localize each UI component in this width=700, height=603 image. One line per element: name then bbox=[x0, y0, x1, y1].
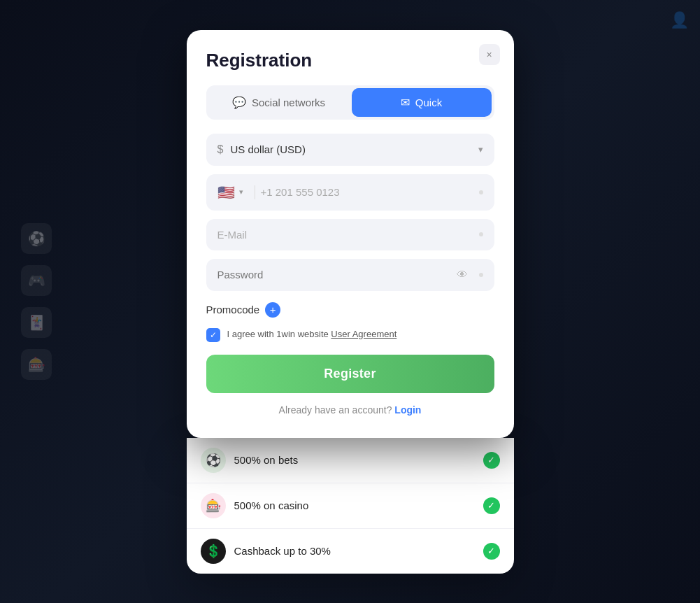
close-button[interactable]: × bbox=[479, 44, 500, 65]
bonus-item-casino: 🎰 500% on casino ✓ bbox=[187, 483, 514, 529]
agreement-checkbox[interactable]: ✓ bbox=[206, 328, 220, 342]
currency-label: US dollar (USD) bbox=[230, 143, 471, 155]
tab-social-label: Social networks bbox=[252, 97, 325, 108]
agreement-row: ✓ I agree with 1win website User Agreeme… bbox=[206, 327, 494, 342]
sidebar-icon-games[interactable]: 🎮 bbox=[21, 265, 52, 296]
tab-row: 💬 Social networks ✉ Quick bbox=[206, 85, 494, 120]
registration-modal: Registration × 💬 Social networks ✉ Quick… bbox=[187, 30, 514, 438]
tab-quick[interactable]: ✉ Quick bbox=[352, 88, 492, 117]
bonus-icon-casino: 🎰 bbox=[201, 493, 226, 518]
promocode-label: Promocode bbox=[206, 304, 260, 315]
agreement-text: I agree with 1win website User Agreement bbox=[227, 327, 397, 341]
us-flag: 🇺🇸 bbox=[217, 184, 235, 201]
quick-icon: ✉ bbox=[401, 96, 410, 109]
email-input[interactable] bbox=[217, 229, 473, 241]
phone-input[interactable] bbox=[261, 176, 473, 208]
user-agreement-link[interactable]: User Agreement bbox=[331, 329, 397, 339]
register-button[interactable]: Register bbox=[206, 355, 494, 393]
soccer-ball-icon: ⚽ bbox=[206, 453, 221, 468]
phone-dot-indicator bbox=[479, 190, 483, 194]
email-dot-indicator bbox=[479, 232, 483, 236]
promocode-row: Promocode + bbox=[206, 302, 494, 318]
bonus-text-bets: 500% on bets bbox=[234, 454, 475, 466]
bonus-text-casino: 500% on casino bbox=[234, 499, 475, 511]
sidebar-left: ⚽ 🎮 🃏 🎰 bbox=[21, 223, 52, 380]
password-input[interactable] bbox=[217, 269, 457, 281]
bonus-item-cashback: 💲 Cashback up to 30% ✓ bbox=[187, 529, 514, 574]
phone-row: 🇺🇸 ▾ bbox=[206, 174, 494, 211]
login-prompt-text: Already have an account? bbox=[279, 404, 392, 416]
bonus-text-cashback: Cashback up to 30% bbox=[234, 545, 475, 557]
bonus-check-cashback: ✓ bbox=[483, 543, 500, 560]
checkmark-cashback-icon: ✓ bbox=[487, 546, 495, 556]
tab-social-networks[interactable]: 💬 Social networks bbox=[209, 88, 349, 117]
bonus-check-bets: ✓ bbox=[483, 452, 500, 469]
tab-quick-label: Quick bbox=[415, 97, 442, 108]
chevron-down-icon: ▾ bbox=[478, 144, 483, 155]
bonus-check-casino: ✓ bbox=[483, 497, 500, 514]
sidebar-icon-cards[interactable]: 🃏 bbox=[21, 307, 52, 338]
currency-selector[interactable]: $ US dollar (USD) ▾ bbox=[206, 134, 494, 166]
password-dot-indicator bbox=[479, 273, 483, 277]
bonus-icon-cashback: 💲 bbox=[201, 539, 226, 564]
top-right-icon: 👤 bbox=[670, 11, 689, 29]
eye-icon[interactable]: 👁 bbox=[457, 269, 468, 281]
login-link[interactable]: Login bbox=[394, 404, 421, 416]
country-chevron-icon: ▾ bbox=[239, 187, 243, 197]
dollar-icon: $ bbox=[217, 143, 224, 156]
checkmark-bets-icon: ✓ bbox=[487, 455, 495, 465]
modal-wrapper: Registration × 💬 Social networks ✉ Quick… bbox=[187, 30, 514, 574]
bonus-item-bets: ⚽ 500% on bets ✓ bbox=[187, 438, 514, 483]
sidebar-icon-casino[interactable]: 🎰 bbox=[21, 349, 52, 380]
login-row: Already have an account? Login bbox=[206, 404, 494, 416]
checkmark-casino-icon: ✓ bbox=[487, 500, 495, 511]
social-icon: 💬 bbox=[232, 96, 246, 109]
email-field-row bbox=[206, 219, 494, 250]
slot-machine-icon: 🎰 bbox=[206, 498, 221, 513]
dollar-circle-icon: 💲 bbox=[206, 544, 221, 559]
sidebar-icon-sports[interactable]: ⚽ bbox=[21, 223, 52, 254]
password-field-row: 👁 bbox=[206, 259, 494, 291]
bonus-icon-sports: ⚽ bbox=[201, 448, 226, 473]
bonus-panel: ⚽ 500% on bets ✓ 🎰 500% on casino ✓ 💲 Ca… bbox=[187, 438, 514, 574]
promocode-add-button[interactable]: + bbox=[265, 302, 280, 318]
modal-title: Registration bbox=[206, 50, 494, 71]
phone-divider bbox=[255, 185, 255, 199]
agreement-text-before: I agree with 1win website bbox=[227, 329, 331, 339]
checkmark-icon: ✓ bbox=[210, 330, 217, 340]
country-selector[interactable]: 🇺🇸 ▾ bbox=[212, 174, 249, 211]
